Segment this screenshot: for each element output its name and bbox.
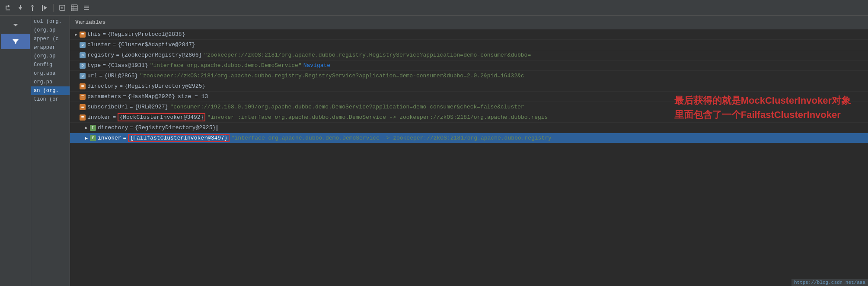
variables-list: ▶ = this = {RegistryProtocol@2838} ▶ p c… <box>70 29 868 286</box>
badge-directory2: f <box>90 125 96 131</box>
var-string-type: "interface org.apache.dubbo.demo.DemoSer… <box>150 62 302 69</box>
var-name-directory: directory <box>87 83 118 89</box>
url-bar: https://blog.csdn.net/aaa <box>791 279 868 286</box>
table-row[interactable]: ▶ p registry = {ZookeeperRegistry@2866} … <box>70 50 868 60</box>
var-ref-registry: {ZookeeperRegistry@2866} <box>121 52 202 58</box>
var-name-registry: registry <box>87 52 114 58</box>
variables-header: Variables <box>70 16 868 29</box>
step-into-icon[interactable] <box>16 3 25 13</box>
badge-parameters: = <box>80 94 86 100</box>
expand-arrow-invoker-failfast[interactable]: ▶ <box>83 135 90 142</box>
var-name-this: this <box>87 31 101 38</box>
badge-invoker-failfast: f <box>90 135 96 141</box>
var-ref-parameters: {HashMap@2926} <box>128 93 175 100</box>
badge-type: p <box>80 63 86 69</box>
svg-rect-3 <box>42 5 43 11</box>
var-name-parameters: parameters <box>87 93 121 100</box>
stack-item-col[interactable]: col (org. <box>31 17 70 26</box>
stack-item-orgapa[interactable]: org.apa <box>31 69 70 78</box>
table-row[interactable]: ▶ = this = {RegistryProtocol@2838} <box>70 29 868 40</box>
stack-item-apper[interactable]: apper (c <box>31 35 70 43</box>
var-string-url: "zookeeper://zkOS:2181/org.apache.dubbo.… <box>140 73 524 79</box>
var-name-subscribeurl: subscribeUrl <box>87 104 128 110</box>
toolbar-separator-1 <box>53 4 54 12</box>
var-name-directory2: directory <box>98 124 128 131</box>
var-ref-this: {RegistryProtocol@2838} <box>108 31 185 38</box>
var-ref-url: {URL@2865} <box>104 73 138 79</box>
badge-this: = <box>80 32 86 38</box>
badge-invoker-mock: = <box>80 114 86 121</box>
stack-item-orgap[interactable]: (org.ap <box>31 26 70 35</box>
table-row[interactable]: ▶ = directory = {RegistryDirectory@2925} <box>70 81 868 92</box>
left-icon-filter[interactable] <box>1 34 30 49</box>
call-stack-labels: col (org. (org.ap apper (c wrapper (org.… <box>31 16 70 286</box>
table-row[interactable]: ▶ = invoker = {MockClusterInvoker@3492} … <box>70 112 868 123</box>
var-name-cluster: cluster <box>87 41 111 48</box>
var-eq-this: = <box>102 31 106 38</box>
var-ref-invoker-mock-highlight: {MockClusterInvoker@3492} <box>118 113 205 121</box>
badge-cluster: p <box>80 42 86 48</box>
var-name-invoker-mock: invoker <box>87 114 111 121</box>
var-string-invoker-mock: "invoker :interface org.apache.dubbo.dem… <box>207 114 548 121</box>
var-name-invoker-failfast: invoker <box>98 135 121 141</box>
svg-text:≡: ≡ <box>61 6 63 11</box>
stack-item-tion[interactable]: tion (or <box>31 95 70 104</box>
stack-item-orgap2[interactable]: (org.ap <box>31 52 70 60</box>
var-navigate-type[interactable]: Navigate <box>303 62 330 69</box>
stack-item-config[interactable]: Config <box>31 60 70 69</box>
var-ref-cluster: {Cluster$Adaptive@2847} <box>118 41 195 48</box>
evaluate-icon[interactable]: ≡ <box>57 3 67 13</box>
table-row[interactable]: ▶ f directory = {RegistryDirectory@2925} <box>70 123 868 133</box>
var-ref-subscribeurl: {URL@2927} <box>134 104 168 110</box>
stack-item-orgpa[interactable]: org.pa <box>31 78 70 86</box>
var-name-type: type <box>87 62 101 69</box>
stack-item-an[interactable]: an (org. <box>31 86 70 95</box>
badge-registry: p <box>80 52 86 58</box>
show-values-icon[interactable] <box>82 3 91 13</box>
table-row[interactable]: ▶ p type = {Class@1931} "interface org.a… <box>70 60 868 71</box>
badge-directory: = <box>80 83 86 89</box>
table-view-icon[interactable] <box>70 3 79 13</box>
left-icon-down[interactable] <box>0 17 31 33</box>
var-name-url: url <box>87 73 97 79</box>
left-sidebar <box>0 16 31 286</box>
expand-arrow-this[interactable]: ▶ <box>73 31 80 38</box>
variables-panel: Variables ▶ = this = {RegistryProtocol@2… <box>70 16 868 286</box>
expand-arrow-directory2[interactable]: ▶ <box>83 124 90 131</box>
step-over-icon[interactable] <box>3 3 13 13</box>
var-string-subscribeurl: "consumer://192.168.0.109/org.apache.dub… <box>170 104 524 110</box>
step-out-icon[interactable] <box>28 3 37 13</box>
var-ref-directory: {RegistryDirectory@2925} <box>124 83 205 89</box>
table-row[interactable]: ▶ f invoker = {FailfastClusterInvoker@34… <box>70 133 868 143</box>
svg-rect-0 <box>6 10 10 10</box>
badge-subscribeurl: = <box>80 104 86 110</box>
var-size-parameters: size = 13 <box>178 93 208 100</box>
badge-url: p <box>80 73 86 79</box>
var-string-invoker-failfast: "interface org.apache.dubbo.demo.DemoSer… <box>231 135 552 141</box>
table-row[interactable]: ▶ p cluster = {Cluster$Adaptive@2847} <box>70 40 868 50</box>
table-row[interactable]: ▶ = subscribeUrl = {URL@2927} "consumer:… <box>70 102 868 112</box>
table-row[interactable]: ▶ p url = {URL@2865} "zookeeper://zkOS:2… <box>70 71 868 81</box>
stack-item-wrapper[interactable]: wrapper <box>31 43 70 52</box>
table-row[interactable]: ▶ = parameters = {HashMap@2926} size = 1… <box>70 92 868 102</box>
run-to-cursor-icon[interactable] <box>40 3 49 13</box>
var-ref-invoker-failfast-highlight: {FailfastClusterInvoker@3497} <box>128 134 229 142</box>
var-ref-directory2: {RegistryDirectory@2925} <box>135 124 216 131</box>
toolbar: ≡ <box>0 0 868 16</box>
cursor-indicator <box>217 125 217 131</box>
var-string-registry: "zookeeper://zkOS:2181/org.apache.dubbo.… <box>204 52 531 58</box>
svg-rect-2 <box>32 7 33 11</box>
var-ref-type: {Class@1931} <box>108 62 148 69</box>
